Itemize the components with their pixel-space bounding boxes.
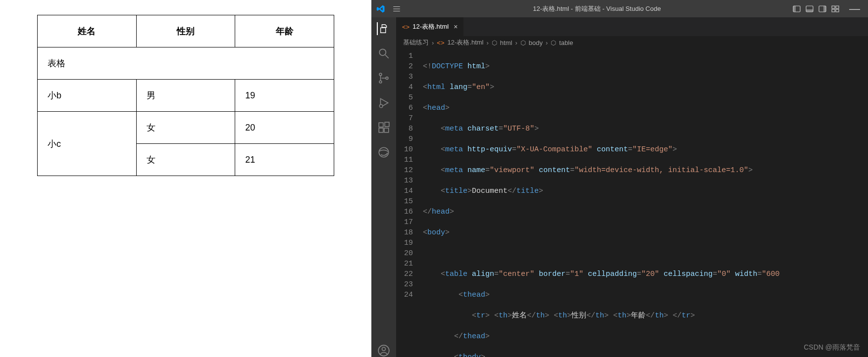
svg-rect-8 bbox=[832, 9, 835, 12]
breadcrumb-node[interactable]: html bbox=[500, 39, 512, 46]
html-file-icon: <> bbox=[402, 23, 409, 31]
line-gutter: 123456789101112131415161718192021222324 bbox=[396, 49, 420, 357]
svg-rect-17 bbox=[384, 128, 389, 133]
html-file-icon: <> bbox=[437, 39, 444, 46]
table-cell: 20 bbox=[235, 112, 334, 144]
table-cell: 19 bbox=[235, 80, 334, 112]
table-row: 小c 女 20 bbox=[38, 112, 334, 144]
svg-point-14 bbox=[379, 104, 383, 108]
breadcrumb-file[interactable]: 12-表格.html bbox=[448, 38, 484, 47]
svg-rect-15 bbox=[379, 123, 383, 127]
layout-grid-icon[interactable] bbox=[831, 5, 839, 13]
table-cell: 21 bbox=[235, 144, 334, 176]
table-cell: 男 bbox=[136, 80, 235, 112]
table-row: 表格 bbox=[38, 47, 334, 80]
activity-bar bbox=[371, 17, 396, 357]
col-header-name: 姓名 bbox=[38, 15, 137, 47]
col-header-age: 年龄 bbox=[235, 15, 334, 47]
breadcrumb-node[interactable]: body bbox=[529, 39, 543, 46]
panel-bottom-icon[interactable] bbox=[806, 5, 814, 13]
table-header-row: 姓名 性别 年龄 bbox=[38, 15, 334, 47]
layout-buttons[interactable] bbox=[793, 5, 839, 13]
watermark: CSDN @雨落梵音 bbox=[804, 343, 860, 352]
svg-rect-6 bbox=[832, 6, 835, 8]
symbol-icon: ⬡ bbox=[492, 39, 497, 46]
run-debug-icon[interactable] bbox=[377, 96, 390, 109]
svg-rect-3 bbox=[806, 9, 813, 12]
table-cell-rowspan: 小c bbox=[38, 112, 137, 176]
svg-point-21 bbox=[382, 347, 386, 351]
source-control-icon[interactable] bbox=[377, 72, 390, 85]
accounts-icon[interactable] bbox=[377, 344, 390, 357]
extensions-icon[interactable] bbox=[377, 121, 390, 134]
svg-rect-1 bbox=[793, 6, 796, 12]
tab-file[interactable]: <> 12-表格.html × bbox=[396, 17, 464, 36]
code-editor[interactable]: 123456789101112131415161718192021222324 … bbox=[396, 49, 868, 357]
explorer-icon[interactable] bbox=[377, 22, 390, 35]
panel-left-icon[interactable] bbox=[793, 5, 801, 13]
symbol-icon: ⬡ bbox=[551, 39, 556, 46]
table-cell: 小b bbox=[38, 80, 137, 112]
symbol-icon: ⬡ bbox=[520, 39, 526, 46]
svg-point-12 bbox=[379, 81, 382, 83]
titlebar[interactable]: 12-表格.html - 前端基础 - Visual Studio Code — bbox=[371, 0, 868, 17]
col-header-gender: 性别 bbox=[136, 15, 235, 47]
hamburger-menu-icon[interactable] bbox=[392, 4, 401, 13]
close-icon[interactable]: × bbox=[454, 23, 458, 31]
window-title: 12-表格.html - 前端基础 - Visual Studio Code bbox=[408, 4, 786, 13]
editor-area: <> 12-表格.html × 基础练习 › <> 12-表格.html › ⬡… bbox=[396, 17, 868, 357]
tab-bar: <> 12-表格.html × bbox=[396, 17, 868, 36]
chevron-right-icon: › bbox=[487, 39, 489, 46]
minimize-button[interactable]: — bbox=[846, 2, 863, 15]
table-cell-span: 表格 bbox=[38, 47, 334, 80]
table-cell: 女 bbox=[136, 112, 235, 144]
table-row: 小b 男 19 bbox=[38, 80, 334, 112]
svg-rect-9 bbox=[836, 9, 839, 12]
chevron-right-icon: › bbox=[515, 39, 517, 46]
svg-rect-7 bbox=[836, 6, 839, 8]
svg-point-10 bbox=[379, 49, 386, 55]
edge-tools-icon[interactable] bbox=[377, 146, 390, 159]
svg-point-13 bbox=[386, 77, 388, 80]
table-cell: 女 bbox=[136, 144, 235, 176]
vscode-logo-icon bbox=[376, 4, 385, 13]
breadcrumb-node[interactable]: table bbox=[559, 39, 573, 46]
browser-rendered-output: 姓名 性别 年龄 表格 小b 男 19 小c 女 20 bbox=[0, 0, 371, 357]
svg-rect-16 bbox=[379, 128, 383, 133]
svg-rect-5 bbox=[823, 6, 826, 12]
chevron-right-icon: › bbox=[432, 39, 434, 46]
demo-table: 姓名 性别 年龄 表格 小b 男 19 小c 女 20 bbox=[37, 15, 334, 176]
breadcrumb[interactable]: 基础练习 › <> 12-表格.html › ⬡ html › ⬡ body ›… bbox=[396, 36, 868, 49]
search-icon[interactable] bbox=[377, 47, 390, 60]
chevron-right-icon: › bbox=[546, 39, 548, 46]
svg-point-11 bbox=[379, 73, 382, 76]
panel-right-icon[interactable] bbox=[818, 5, 826, 13]
tab-label: 12-表格.html bbox=[412, 22, 449, 31]
code-content[interactable]: <!DOCTYPE html> <html lang="en"> <head> … bbox=[420, 49, 868, 357]
vscode-window: 12-表格.html - 前端基础 - Visual Studio Code — bbox=[371, 0, 868, 357]
svg-rect-18 bbox=[385, 122, 389, 127]
breadcrumb-folder[interactable]: 基础练习 bbox=[403, 38, 429, 47]
